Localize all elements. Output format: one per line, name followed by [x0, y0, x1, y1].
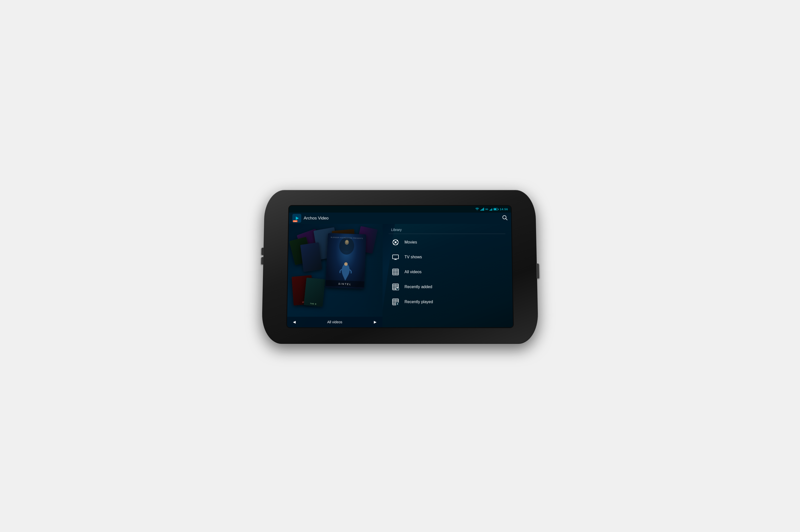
signal-bar2-1 [489, 210, 490, 211]
battery-body [493, 208, 498, 211]
right-panel: Library [382, 224, 513, 327]
menu-label-recently-played: Recently played [405, 300, 433, 304]
sintel-card: SINTEL BLENDER FOUNDATION PRESENTS [325, 233, 366, 289]
signal-bar-2 [481, 209, 482, 211]
left-panel: P [287, 224, 383, 327]
scene: 3G [251, 179, 549, 353]
status-bar: 3G [289, 206, 511, 212]
app-icon: FREE [292, 214, 301, 223]
status-time: 14:56 [500, 208, 508, 211]
app-bar: FREE Archos Video [289, 212, 511, 224]
menu-label-recently-added: Recently added [405, 285, 432, 289]
screen-wrapper: 3G [287, 206, 513, 327]
recently-added-icon [391, 282, 400, 291]
menu-item-movies[interactable]: Movies [389, 235, 506, 250]
volume-down-button[interactable] [261, 257, 263, 265]
signal-bar-4 [483, 208, 484, 211]
free-badge: FREE [293, 220, 298, 222]
signal-bar2-3 [491, 209, 492, 211]
main-content: P [287, 224, 513, 327]
signal-bar2-2 [490, 209, 491, 211]
svg-point-10 [393, 243, 394, 245]
library-section-header: Library [389, 228, 505, 234]
svg-line-1 [506, 218, 507, 220]
bottom-bar-label: All videos [327, 320, 342, 324]
menu-label-tv-shows: TV shows [405, 255, 422, 259]
tv-shows-icon [391, 252, 400, 262]
bottom-navigation-bar: ◄ All videos ► [287, 317, 383, 327]
next-arrow[interactable]: ► [373, 320, 377, 325]
movies-icon [391, 238, 400, 247]
volume-up-button[interactable] [261, 248, 264, 255]
app-title: Archos Video [304, 216, 502, 221]
prev-arrow[interactable]: ◄ [292, 320, 297, 325]
phone-shell: 3G [261, 190, 538, 344]
network-type-label: 3G [485, 208, 488, 211]
menu-item-recently-added[interactable]: Recently added [389, 280, 506, 294]
signal-bar-1 [480, 210, 481, 211]
menu-content: Library [383, 224, 513, 309]
movie-card-bottom-2: THE B [304, 278, 325, 307]
left-panel-gradient [362, 224, 383, 327]
wifi-icon [475, 208, 479, 211]
menu-item-all-videos[interactable]: All videos [389, 265, 506, 280]
battery-tip [498, 209, 499, 210]
svg-point-9 [397, 240, 398, 241]
battery-fill [494, 209, 496, 210]
svg-point-7 [394, 241, 396, 243]
all-videos-icon [391, 267, 400, 277]
movie-card-left-2 [300, 242, 322, 272]
screen: 3G [287, 206, 513, 327]
menu-label-all-videos: All videos [405, 270, 422, 274]
volume-buttons [261, 248, 263, 265]
svg-rect-12 [393, 255, 398, 259]
svg-point-8 [393, 240, 394, 241]
signal-bars [480, 208, 484, 211]
status-icons: 3G [475, 208, 508, 211]
play-triangle-icon [296, 216, 299, 220]
menu-item-tv-shows[interactable]: TV shows [389, 250, 506, 265]
menu-item-recently-played[interactable]: Recently played [389, 294, 507, 309]
signal-bar-3 [482, 209, 483, 211]
signal-bars-2 [489, 208, 492, 211]
recently-played-icon [391, 297, 400, 306]
menu-label-movies: Movies [405, 240, 417, 245]
svg-point-11 [397, 243, 398, 245]
battery-icon [493, 208, 499, 211]
search-button[interactable] [502, 215, 508, 222]
